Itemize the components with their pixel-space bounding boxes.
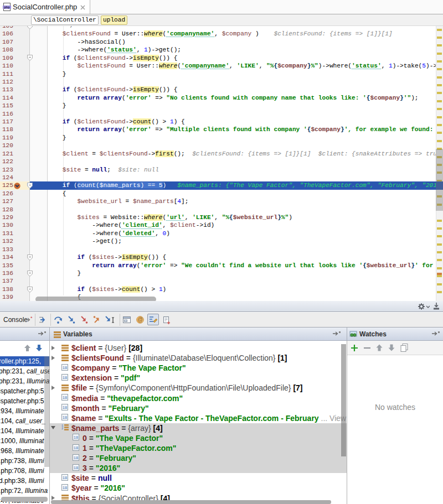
svg-text:18: 18: [63, 486, 67, 490]
svg-text:18: 18: [74, 456, 78, 460]
svg-text:*: *: [30, 316, 33, 321]
svg-text:18: 18: [63, 366, 67, 370]
svg-text:18: 18: [74, 466, 78, 470]
svg-text:2: 2: [61, 427, 63, 430]
svg-text:18: 18: [74, 446, 78, 450]
svg-text:18: 18: [63, 376, 67, 380]
svg-text:@: @: [137, 316, 143, 323]
svg-text:18: 18: [63, 415, 67, 420]
svg-text:18: 18: [74, 435, 78, 440]
svg-text:18: 18: [63, 476, 67, 480]
svg-text:18: 18: [63, 396, 67, 400]
svg-text:18: 18: [63, 406, 67, 410]
svg-text:php: php: [4, 6, 10, 9]
